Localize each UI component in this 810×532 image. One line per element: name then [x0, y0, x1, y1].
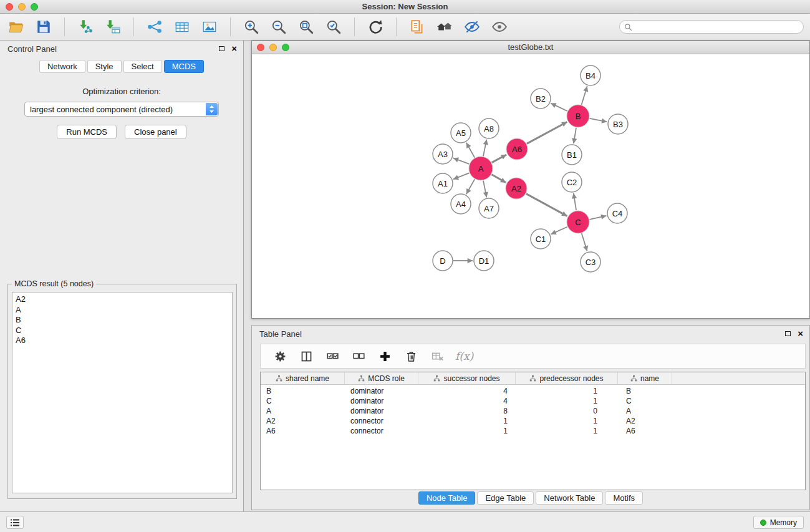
add-row-button[interactable]	[377, 348, 393, 364]
network-graph[interactable]: B4B2BB3A8A5A6A3B1AC2A1A2A4A7C4CC1C3DD1	[252, 54, 809, 318]
node-C1[interactable]: C1	[531, 229, 551, 249]
edge-A-A8[interactable]	[483, 140, 486, 157]
optimization-criterion-dropdown[interactable]: largest connected component (directed)	[24, 102, 219, 117]
tab-node-table[interactable]: Node Table	[418, 491, 476, 505]
zoom-window-button[interactable]	[282, 44, 289, 51]
search-input[interactable]	[635, 21, 803, 32]
zoom-fit-button[interactable]	[295, 16, 317, 38]
run-mcds-button[interactable]: Run MCDS	[57, 125, 117, 139]
edge-A2-C[interactable]	[526, 194, 567, 216]
function-builder-button[interactable]: f(x)	[455, 350, 473, 362]
close-panel-button[interactable]: Close panel	[125, 125, 186, 139]
node-C2[interactable]: C2	[562, 172, 582, 192]
mcds-result-list[interactable]: A2ABCA6	[12, 292, 233, 493]
deselect-all-rows-button[interactable]	[350, 348, 367, 364]
zoom-out-button[interactable]	[268, 16, 290, 38]
show-columns-button[interactable]	[298, 348, 314, 364]
delete-rows-button[interactable]	[403, 348, 419, 364]
close-window-button[interactable]	[6, 3, 13, 11]
edge-B-B4[interactable]	[582, 86, 587, 105]
table-settings-button[interactable]	[272, 348, 288, 364]
column-header-1[interactable]: MCDS role	[345, 372, 418, 384]
node-D1[interactable]: D1	[474, 251, 494, 271]
network-canvas[interactable]: B4B2BB3A8A5A6A3B1AC2A1A2A4A7C4CC1C3DD1	[252, 54, 809, 318]
node-A5[interactable]: A5	[451, 123, 471, 143]
table-row[interactable]: Bdominator41B	[261, 387, 805, 397]
edge-C-C4[interactable]	[590, 216, 607, 220]
edge-A-A1[interactable]	[453, 173, 470, 179]
export-image-button[interactable]	[198, 16, 221, 38]
tab-network[interactable]: Network	[39, 60, 85, 73]
edge-C-C3[interactable]	[582, 233, 587, 251]
edge-A-A6[interactable]	[492, 155, 507, 163]
list-item[interactable]: C	[12, 326, 232, 336]
zoom-in-button[interactable]	[240, 16, 263, 38]
tab-mcds[interactable]: MCDS	[164, 60, 204, 73]
edge-B-B2[interactable]	[551, 104, 567, 111]
edge-B-B1[interactable]	[574, 128, 576, 143]
edge-C-C2[interactable]	[574, 193, 576, 210]
table-row[interactable]: A2connector11A2	[261, 417, 805, 427]
tab-motifs[interactable]: Motifs	[605, 491, 643, 505]
node-A7[interactable]: A7	[479, 198, 499, 218]
column-header-4[interactable]: name	[618, 372, 672, 384]
edge-A-A5[interactable]	[466, 143, 475, 158]
new-network-table-button[interactable]	[171, 16, 193, 38]
node-C3[interactable]: C3	[581, 252, 600, 272]
list-item[interactable]: A	[12, 305, 232, 316]
apply-layout-button[interactable]	[364, 16, 387, 38]
edge-A6-B[interactable]	[527, 122, 567, 144]
node-C[interactable]: C	[567, 211, 589, 233]
import-table-button[interactable]	[102, 16, 124, 38]
search-box[interactable]	[619, 20, 804, 34]
close-icon[interactable]: ×	[798, 330, 803, 337]
first-neighbors-button[interactable]	[433, 16, 456, 38]
node-A[interactable]: A	[469, 157, 493, 180]
import-network-button[interactable]	[74, 16, 97, 38]
node-A2[interactable]: A2	[506, 178, 527, 199]
edge-A-A4[interactable]	[466, 179, 475, 194]
edge-B-B3[interactable]	[590, 118, 607, 122]
close-window-button[interactable]	[257, 44, 264, 51]
edge-A-A3[interactable]	[453, 158, 470, 164]
edge-A-A2[interactable]	[491, 175, 506, 183]
zoom-selected-button[interactable]	[322, 16, 345, 38]
node-B2[interactable]: B2	[531, 89, 551, 109]
table-row[interactable]: Cdominator41C	[261, 397, 805, 407]
node-B3[interactable]: B3	[608, 114, 628, 134]
minimize-window-button[interactable]	[18, 3, 26, 11]
node-A4[interactable]: A4	[451, 194, 471, 214]
show-hidden-button[interactable]	[488, 16, 511, 38]
save-session-button[interactable]	[32, 16, 55, 38]
zoom-window-button[interactable]	[31, 3, 38, 11]
tab-select[interactable]: Select	[123, 60, 162, 73]
list-item[interactable]: A2	[12, 294, 232, 305]
edge-A-A7[interactable]	[483, 181, 486, 198]
task-history-button[interactable]	[6, 516, 24, 529]
list-item[interactable]: A6	[12, 336, 232, 346]
node-B1[interactable]: B1	[562, 145, 582, 165]
column-header-0[interactable]: shared name	[261, 372, 345, 384]
node-B4[interactable]: B4	[581, 65, 600, 85]
copy-network-view-button[interactable]	[406, 16, 428, 38]
column-header-2[interactable]: successor nodes	[418, 372, 516, 384]
new-network-button[interactable]	[143, 16, 166, 38]
delete-table-button[interactable]	[429, 348, 445, 364]
minimize-window-button[interactable]	[269, 44, 277, 51]
node-A3[interactable]: A3	[433, 144, 453, 164]
column-header-3[interactable]: predecessor nodes	[516, 372, 618, 384]
node-A8[interactable]: A8	[479, 118, 499, 138]
tab-edge-table[interactable]: Edge Table	[477, 491, 534, 505]
node-C4[interactable]: C4	[607, 203, 627, 223]
open-file-button[interactable]	[5, 16, 27, 38]
float-icon[interactable]	[785, 331, 791, 336]
edge-C-C1[interactable]	[551, 227, 567, 235]
node-D[interactable]: D	[433, 251, 453, 271]
tab-network-table[interactable]: Network Table	[536, 491, 603, 505]
memory-button[interactable]: Memory	[753, 516, 804, 529]
hide-selected-button[interactable]	[461, 16, 483, 38]
tab-style[interactable]: Style	[87, 60, 122, 73]
close-icon[interactable]: ×	[231, 45, 237, 52]
table-row[interactable]: A6connector11A6	[261, 427, 805, 437]
table-row[interactable]: Adominator80A	[261, 407, 805, 417]
